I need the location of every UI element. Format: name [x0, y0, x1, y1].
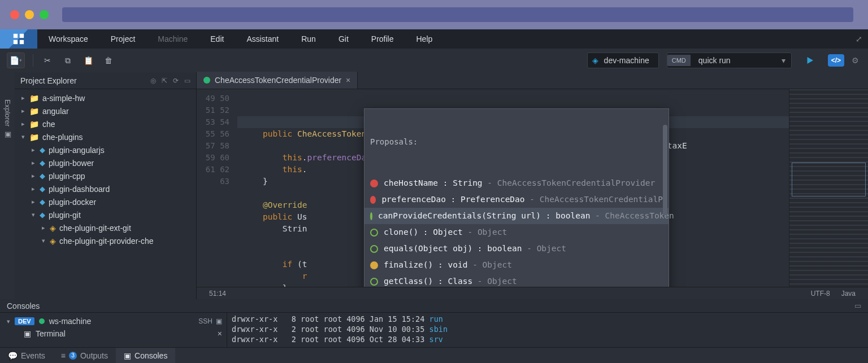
proposal-item[interactable]: cheHostName : String - CheAccessTokenCre…: [364, 175, 669, 191]
tree-item[interactable]: ▾📁che-plugins: [15, 130, 196, 143]
menu-workspace[interactable]: Workspace: [37, 34, 99, 43]
menu-help[interactable]: Help: [405, 34, 444, 43]
collapse-all-icon[interactable]: ⇱: [162, 77, 167, 85]
tab-events[interactable]: 💬Events: [0, 348, 53, 363]
paste-icon[interactable]: 📋: [82, 54, 94, 67]
project-tree[interactable]: ▸📁a-simple-hw▸📁angular▸📁che▾📁che-plugins…: [15, 89, 196, 250]
minimap-viewport[interactable]: [792, 163, 866, 196]
chevron-icon: ▾: [41, 237, 46, 244]
copy-icon[interactable]: ⧉: [62, 54, 74, 67]
locate-icon[interactable]: ◎: [150, 77, 156, 85]
proposal-item[interactable]: finalize() : void - Object: [364, 257, 669, 273]
svg-rect-0: [14, 34, 18, 38]
encoding-label[interactable]: UTF-8: [805, 290, 836, 298]
delete-icon[interactable]: 🗑: [102, 54, 115, 67]
cut-icon[interactable]: ✂: [41, 54, 54, 67]
chevron-icon: ▸: [41, 224, 46, 231]
machine-selector[interactable]: ◈ dev-machine: [587, 53, 659, 68]
consoles-header: Consoles ▭: [0, 299, 868, 313]
tree-item[interactable]: ▸◆plugin-bower: [15, 156, 196, 169]
terminal-output[interactable]: drwxr-xr-x 8 root root 4096 Jan 15 15:24…: [227, 313, 868, 347]
tab-events-label: Events: [21, 351, 45, 360]
app-logo-icon[interactable]: [0, 29, 37, 49]
package-icon: ◆: [40, 211, 45, 219]
titlebar-field: [62, 7, 853, 22]
tree-label: angular: [42, 107, 69, 116]
consoles-panel: Consoles ▭ ▾ DEV ws-machine SSH▣ ▣ Termi…: [0, 299, 868, 363]
settings-icon[interactable]: ⚙: [849, 54, 861, 67]
module-icon: ◈: [50, 224, 56, 233]
menu-git[interactable]: Git: [327, 34, 360, 43]
proposal-item[interactable]: getClass() : Class - Object: [364, 273, 669, 287]
left-rail[interactable]: ▣Explorer: [0, 72, 15, 299]
proposal-kind-icon: [368, 260, 380, 271]
editor-tab[interactable]: CheAccessTokenCredentialProvider ×: [197, 72, 358, 89]
project-explorer-title: Project Explorer: [20, 76, 77, 85]
code-toggle-button[interactable]: </>: [828, 54, 844, 67]
run-button[interactable]: [800, 53, 820, 68]
minimap[interactable]: [789, 89, 868, 287]
folder-icon: 📁: [29, 133, 39, 142]
proposals-title: Proposals:: [364, 133, 669, 151]
tree-item[interactable]: ▸◈che-plugin-git-ext-git: [15, 221, 196, 234]
code-content[interactable]: public CheAccessTokenCredentialProvider(…: [237, 89, 789, 287]
tree-label: che-plugins: [42, 133, 83, 142]
menu-run[interactable]: Run: [290, 34, 327, 43]
maximize-window-icon[interactable]: [40, 10, 49, 19]
ssh-label[interactable]: SSH: [198, 317, 212, 325]
tree-item[interactable]: ▸◆plugin-angularjs: [15, 143, 196, 156]
consoles-machine-row[interactable]: ▾ DEV ws-machine SSH▣: [5, 315, 222, 327]
close-tab-icon[interactable]: ×: [346, 76, 350, 85]
consoles-tree[interactable]: ▾ DEV ws-machine SSH▣ ▣ Terminal ×: [0, 313, 227, 347]
proposals-scrollbar[interactable]: [663, 125, 667, 287]
tree-label: plugin-docker: [49, 198, 96, 207]
terminal-row[interactable]: ▣ Terminal ×: [5, 327, 222, 340]
tree-item[interactable]: ▾◆plugin-git: [15, 208, 196, 221]
package-icon: ◆: [40, 159, 45, 167]
ssh-terminal-icon[interactable]: ▣: [216, 317, 222, 325]
proposal-item[interactable]: clone() : Object - Object: [364, 224, 669, 240]
bottom-tabs: 💬Events ≡3Outputs ▣Consoles: [0, 347, 868, 363]
menu-assistant[interactable]: Assistant: [235, 34, 290, 43]
tree-item[interactable]: ▸◆plugin-docker: [15, 195, 196, 208]
tree-label: plugin-angularjs: [49, 146, 105, 155]
panel-settings-icon[interactable]: ▭: [184, 77, 190, 85]
proposal-item[interactable]: equals(Object obj) : boolean - Object: [364, 240, 669, 257]
close-window-icon[interactable]: [10, 10, 19, 19]
tree-item[interactable]: ▸📁a-simple-hw: [15, 91, 196, 104]
code-area[interactable]: 49 50 51 52 53 54 55 56 57 58 59 60 61 6…: [197, 89, 868, 287]
tree-label: che-plugin-git-provider-che: [59, 237, 154, 246]
autocomplete-popup[interactable]: Proposals: cheHostName : String - CheAcc…: [364, 108, 669, 287]
proposal-kind-icon: [370, 245, 378, 253]
tab-outputs-label: Outputs: [80, 351, 108, 360]
new-file-button[interactable]: 📄+: [7, 53, 25, 68]
refresh-icon[interactable]: ⟳: [173, 77, 179, 85]
tree-item[interactable]: ▸📁angular: [15, 104, 196, 117]
tree-item[interactable]: ▾◈che-plugin-git-provider-che: [15, 234, 196, 247]
class-icon: [203, 77, 210, 84]
tab-consoles[interactable]: ▣Consoles: [116, 348, 175, 363]
tree-item[interactable]: ▸◆plugin-cpp: [15, 169, 196, 182]
menu-project[interactable]: Project: [99, 34, 147, 43]
chevron-icon: ▸: [20, 94, 26, 102]
dev-badge: DEV: [15, 317, 34, 325]
language-label[interactable]: Java: [836, 290, 861, 298]
command-selector[interactable]: CMD quick run ▾: [667, 53, 792, 68]
close-terminal-icon[interactable]: ×: [218, 329, 222, 338]
proposal-item[interactable]: preferenceDao : PreferenceDao - CheAcces…: [364, 191, 669, 208]
menu-profile[interactable]: Profile: [360, 34, 405, 43]
minimize-panel-icon[interactable]: ▭: [854, 301, 861, 310]
proposal-item[interactable]: canProvideCredentials(String url) : bool…: [364, 208, 669, 224]
status-dot-icon: [39, 318, 45, 324]
tree-item[interactable]: ▸◆plugin-dashboard: [15, 182, 196, 195]
terminal-label: Terminal: [36, 329, 66, 338]
minimize-window-icon[interactable]: [25, 10, 34, 19]
tree-label: plugin-git: [49, 211, 81, 220]
tab-outputs[interactable]: ≡3Outputs: [53, 348, 116, 363]
proposal-kind-icon: [370, 229, 378, 237]
editor-statusbar: 51:14 UTF-8 Java: [197, 287, 868, 299]
menu-machine[interactable]: Machine: [146, 34, 199, 43]
fullscreen-icon[interactable]: ⤢: [856, 34, 868, 43]
menu-edit[interactable]: Edit: [199, 34, 235, 43]
tree-item[interactable]: ▸📁che: [15, 117, 196, 130]
